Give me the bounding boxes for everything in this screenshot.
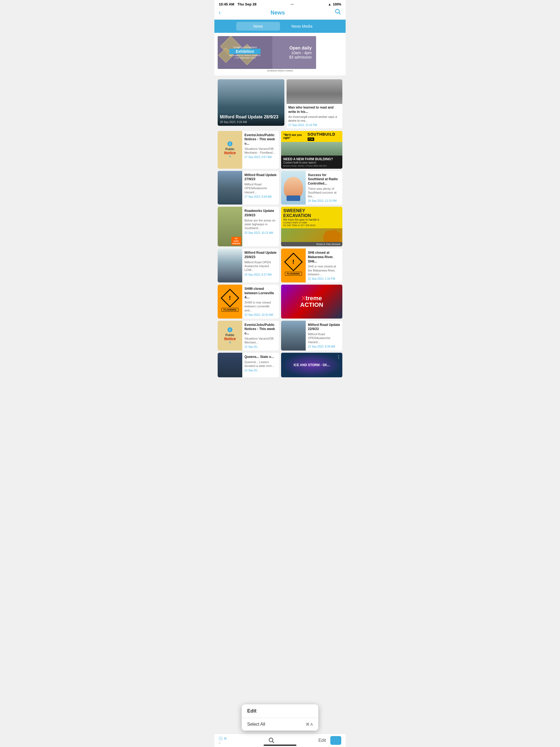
queens-date: 22 Sep 20... bbox=[245, 369, 277, 372]
page-title: News bbox=[271, 9, 285, 16]
roadworks-thumb: 30km/hAHEAD bbox=[218, 207, 242, 247]
news-desc-1: Situations VacantJOB: Mechanic - Fiordla… bbox=[245, 147, 277, 155]
milford-27-body: Milford Road Update 27/9/23 Milford Road… bbox=[242, 171, 279, 205]
news-title-1: Events/Jobs/Public Notices - This week o… bbox=[245, 133, 277, 146]
sh99-flooding-thumb: ! FLOODING bbox=[218, 285, 242, 318]
milford-22-desc: Milford Road OPENAvalanche Hazard... bbox=[308, 332, 340, 344]
storm-title: Ice and Storm - Sk... bbox=[294, 363, 330, 367]
featured-main-title: Milford Road Update 28/9/23 bbox=[220, 114, 282, 120]
sh6-flooding-thumb: ! FLOODING bbox=[281, 249, 306, 282]
milford-22-title: Milford Road Update 22/9/23 bbox=[308, 323, 340, 331]
milford-22-body: Milford Road Update 22/9/23 Milford Road… bbox=[306, 321, 342, 351]
road-sign: 30km/hAHEAD bbox=[231, 237, 241, 245]
storm-ad-card[interactable]: Ice and Storm - Sk... ⋮ bbox=[281, 353, 342, 377]
news-row-2: Milford Road Update 27/9/23 Milford Road… bbox=[218, 171, 342, 205]
banner-ad[interactable]: Creating Connections Exhibition Art Insp… bbox=[214, 33, 346, 76]
sh99-date: 22 Sep 2023, 10:32 AM bbox=[245, 313, 277, 316]
featured-side-title: Man who learned to read and write in his… bbox=[288, 106, 341, 114]
public-notice-thumb-2: i Public Notice ✕ bbox=[218, 321, 242, 351]
sh6-title: SH6 closed at Makarewa River. SH6... bbox=[308, 251, 340, 264]
sh99-flooding-label: FLOODING bbox=[222, 308, 238, 312]
news-card-public-notice-1[interactable]: i Public Notice ✕ Events/Jobs/Public Not… bbox=[218, 131, 279, 169]
sh6-date: 22 Sep 2023, 1:10 PM bbox=[308, 277, 340, 280]
status-icons: ▲ 100% bbox=[328, 2, 341, 6]
svg-line-1 bbox=[339, 12, 340, 14]
status-bar: 10:45 AM Thu Sep 28 ··· ▲ 100% bbox=[214, 0, 346, 7]
status-time: 10:45 AM bbox=[219, 2, 234, 6]
radio-date: 26 Sep 2023, 12:15 PM bbox=[308, 199, 340, 202]
milford-25-thumb bbox=[218, 249, 242, 282]
milford-25-body: Milford Road Update 25/9/23 Milford Road… bbox=[242, 249, 279, 282]
sweeney-top: SWEENEYEXCAVATION We have the gear to ha… bbox=[281, 207, 342, 228]
banner-art-line: Art Inspired by Historic Artefacts bbox=[229, 54, 261, 57]
milford-25-desc: Milford Road OPEN Avalanche Hazard LOW..… bbox=[245, 260, 277, 272]
queens-body: Queens... State o... Queenst... Lewers d… bbox=[242, 353, 279, 377]
queens-desc: Queenst... Lewers donated a state chm... bbox=[245, 360, 277, 368]
back-button[interactable]: ‹ bbox=[219, 9, 221, 16]
queens-title: Queens... State o... bbox=[245, 355, 277, 359]
public-notice-2-desc: Situations VacantJOB: Mechani... bbox=[245, 337, 277, 344]
news-date-1: 27 Sep 2023, 9:57 AM bbox=[245, 156, 277, 159]
sh99-desc: SH99 is now closed between Lorneville an… bbox=[245, 301, 277, 312]
news-card-milford-25[interactable]: Milford Road Update 25/9/23 Milford Road… bbox=[218, 249, 279, 282]
news-card-roadworks[interactable]: 30km/hAHEAD Roadworks Update 25/9/23 Bel… bbox=[218, 207, 279, 247]
sweeney-phones: 03 249 7056 or 027 226 5012 bbox=[283, 224, 340, 227]
featured-side-date: 27 Sep 2023, 12:16 PM bbox=[288, 124, 341, 127]
three-dots: ··· bbox=[289, 2, 296, 6]
news-row-4: Milford Road Update 25/9/23 Milford Road… bbox=[218, 249, 342, 282]
radio-desc: There was plenty of Southland success at… bbox=[308, 187, 340, 199]
search-button[interactable] bbox=[335, 8, 341, 17]
featured-side-desc: An Invercargill council worker says a de… bbox=[288, 115, 341, 123]
featured-main-article[interactable]: Milford Road Update 28/9/23 28 Sep 2023,… bbox=[218, 79, 284, 126]
banner-org: Southland District Creative bbox=[218, 69, 342, 73]
sweeney-contact: Contact Mark or Katie bbox=[283, 221, 340, 224]
storm-text-container: Ice and Storm - Sk... bbox=[281, 353, 342, 377]
featured-main-date: 28 Sep 2023, 9:26 AM bbox=[220, 121, 282, 124]
southbuild-sub: Custom built to your specs! bbox=[283, 161, 340, 164]
featured-row: Milford Road Update 28/9/23 28 Sep 2023,… bbox=[218, 79, 342, 128]
sweeney-image bbox=[281, 228, 342, 242]
banner-admission: $3 admission bbox=[289, 55, 312, 59]
tab-bar: News News Media bbox=[214, 20, 346, 33]
news-card-queens[interactable]: Queens... State o... Queenst... Lewers d… bbox=[218, 353, 279, 377]
southbuild-image bbox=[281, 142, 342, 156]
sh99-title: SH99 closed between Lorneville &... bbox=[245, 287, 277, 300]
tab-news-media[interactable]: News Media bbox=[280, 22, 324, 31]
xtreme-title: XtremeACTION bbox=[300, 295, 323, 308]
banner-open-text: Open daily bbox=[289, 46, 312, 51]
roadworks-desc: Below are the areas on state highways in… bbox=[245, 218, 277, 230]
southbuild-ad-card[interactable]: "We'll see you right" SOUTHBUILD ITM NEE… bbox=[281, 131, 342, 169]
featured-side-image bbox=[286, 79, 342, 104]
featured-main-text: Milford Road Update 28/9/23 28 Sep 2023,… bbox=[218, 112, 284, 126]
battery-icon: 100% bbox=[333, 2, 341, 6]
news-card-milford-27[interactable]: Milford Road Update 27/9/23 Milford Road… bbox=[218, 171, 279, 205]
public-notice-thumb-1: i Public Notice ✕ bbox=[218, 131, 242, 169]
featured-side-body: Man who learned to read and write in his… bbox=[286, 104, 342, 128]
southbuild-top: "We'll see you right" SOUTHBUILD ITM bbox=[281, 131, 342, 142]
tab-news[interactable]: News bbox=[236, 22, 280, 31]
milford-22-date: 22 Sep 2023, 8:39 AM bbox=[308, 345, 340, 348]
xtreme-action-ad[interactable]: XtremeACTION bbox=[281, 285, 342, 318]
public-notice-2-title: Events/Jobs/Public Notices - This week o… bbox=[245, 323, 277, 336]
news-card-milford-22[interactable]: Milford Road Update 22/9/23 Milford Road… bbox=[281, 321, 342, 351]
milford-27-date: 27 Sep 2023, 9:39 AM bbox=[245, 195, 277, 198]
southbuild-contact: Browns Road, Winton • Phone 0800 484 622 bbox=[283, 164, 340, 167]
milford-27-title: Milford Road Update 27/9/23 bbox=[245, 173, 277, 182]
sweeney-ad-card[interactable]: SWEENEYEXCAVATION We have the gear to ha… bbox=[281, 207, 342, 247]
banner-left: Creating Connections Exhibition Art Insp… bbox=[218, 36, 272, 69]
southbuild-headline: NEED A NEW FARM BUILDING? bbox=[283, 157, 340, 161]
banner-subtitle: Creating Connections bbox=[229, 46, 261, 49]
featured-side-article[interactable]: Man who learned to read and write in his… bbox=[286, 79, 342, 128]
storm-menu-button[interactable]: ⋮ bbox=[336, 354, 341, 360]
radio-body: Success for Southland at Radio Controlle… bbox=[306, 171, 342, 205]
news-card-public-notice-2[interactable]: i Public Notice ✕ Events/Jobs/Public Not… bbox=[218, 321, 279, 351]
news-card-sh99[interactable]: ! FLOODING SH99 closed between Lornevill… bbox=[218, 285, 279, 318]
svg-point-0 bbox=[335, 9, 339, 13]
news-card-sh6[interactable]: ! FLOODING SH6 closed at Makarewa River.… bbox=[281, 249, 342, 282]
nav-bar: ‹ News bbox=[214, 7, 346, 20]
news-card-radio[interactable]: Success for Southland at Radio Controlle… bbox=[281, 171, 342, 205]
sweeney-title: SWEENEYEXCAVATION bbox=[283, 208, 340, 218]
milford-22-thumb bbox=[281, 321, 306, 351]
roadworks-date: 25 Sep 2023, 10:21 AM bbox=[245, 231, 277, 234]
milford-25-date: 25 Sep 2023, 8:37 AM bbox=[245, 273, 277, 276]
